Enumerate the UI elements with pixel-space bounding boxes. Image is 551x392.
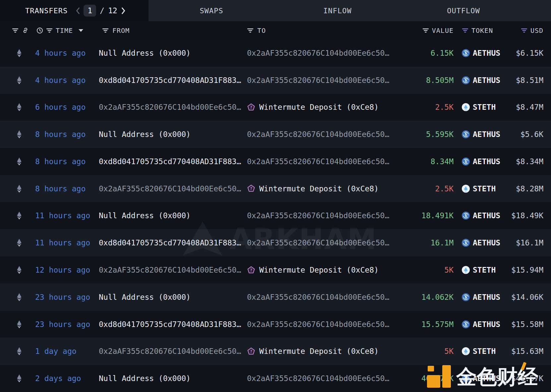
token-symbol[interactable]: AETHUS	[473, 238, 500, 247]
from-address[interactable]: Null Address (0x000)	[99, 130, 191, 139]
token-symbol[interactable]: AETHUS	[473, 76, 500, 85]
link-icon[interactable]	[22, 27, 29, 34]
time-link[interactable]: 12 hours ago	[35, 266, 90, 274]
chevron-down-icon[interactable]	[79, 29, 83, 32]
token-symbol[interactable]: STETH	[473, 103, 496, 111]
time-link[interactable]: 2 days ago	[35, 374, 81, 383]
time-filter-icon[interactable]	[46, 28, 53, 33]
to-address[interactable]: 0x2aAF355c820676C104bd00Ee6c50…	[247, 76, 389, 85]
from-address[interactable]: 0x2aAF355c820676C104bd00Ee6c50…	[99, 266, 241, 274]
token-symbol[interactable]: AETHUS	[473, 49, 500, 57]
column-value-label[interactable]: VALUE	[432, 27, 454, 34]
column-usd-label[interactable]: USD	[530, 27, 543, 34]
to-address[interactable]: 0x2aAF355c820676C104bd00Ee6c50…	[247, 293, 389, 301]
to-address[interactable]: Wintermute Deposit (0xCe8)	[259, 266, 379, 274]
table-row[interactable]: 11 hours ago 0xd8d041705735cd770408AD31F…	[0, 229, 551, 256]
table-row[interactable]: 4 hours ago Null Address (0x000) 0x2aAF3…	[0, 39, 551, 67]
to-address[interactable]: 0x2aAF355c820676C104bd00Ee6c50…	[247, 238, 389, 247]
tab-swaps[interactable]: SWAPS	[149, 0, 275, 21]
transfer-value: 5K	[444, 266, 454, 274]
from-address[interactable]: 0x2aAF355c820676C104bd00Ee6c50…	[99, 184, 241, 193]
from-address[interactable]: Null Address (0x000)	[99, 374, 191, 383]
tab-inflow[interactable]: INFLOW	[275, 0, 400, 21]
table-row[interactable]: 1 day ago 0x2aAF355c820676C104bd00Ee6c50…	[0, 338, 551, 365]
next-page-icon[interactable]	[121, 7, 125, 14]
table-row[interactable]: 2 days ago Null Address (0x000) 0x2aAF35…	[0, 365, 551, 392]
previous-page-icon[interactable]	[76, 7, 80, 14]
time-link[interactable]: 23 hours ago	[35, 293, 90, 301]
to-address[interactable]: 0x2aAF355c820676C104bd00Ee6c50…	[247, 130, 389, 139]
to-address[interactable]: Wintermute Deposit (0xCe8)	[259, 184, 379, 193]
value-filter-icon[interactable]	[422, 28, 429, 33]
column-from-label[interactable]: FROM	[112, 27, 130, 34]
token-symbol[interactable]: AETHUS	[473, 211, 500, 220]
to-filter-icon[interactable]	[247, 28, 254, 33]
token-symbol[interactable]: AETHUS	[473, 130, 500, 139]
column-time-label[interactable]: TIME	[56, 27, 73, 34]
from-address[interactable]: 0xd8d041705735cd770408AD31F883…	[99, 76, 241, 85]
table-row[interactable]: 23 hours ago Null Address (0x000) 0x2aAF…	[0, 284, 551, 311]
time-link[interactable]: 8 hours ago	[35, 130, 86, 139]
usd-value: $15.63M	[511, 347, 543, 356]
from-address[interactable]: 0x2aAF355c820676C104bd00Ee6c50…	[99, 103, 241, 111]
tab-outflow[interactable]: OUTFLOW	[400, 0, 526, 21]
from-address[interactable]: 0x2aAF355c820676C104bd00Ee6c50…	[99, 347, 241, 356]
to-address[interactable]: 0x2aAF355c820676C104bd00Ee6c50…	[247, 211, 389, 220]
table-row[interactable]: 11 hours ago Null Address (0x000) 0x2aAF…	[0, 202, 551, 229]
table-row[interactable]: 8 hours ago 0x2aAF355c820676C104bd00Ee6c…	[0, 175, 551, 202]
tab-transfers-label: TRANSFERS	[25, 7, 68, 15]
table-row[interactable]: 12 hours ago 0x2aAF355c820676C104bd00Ee6…	[0, 256, 551, 284]
token-symbol[interactable]: AETHUS	[473, 320, 500, 329]
column-token-label[interactable]: TOKEN	[471, 27, 493, 34]
total-pages: 12	[108, 6, 117, 15]
clock-icon[interactable]	[36, 27, 43, 34]
from-address[interactable]: Null Address (0x000)	[99, 49, 191, 57]
to-address[interactable]: Wintermute Deposit (0xCe8)	[259, 347, 379, 356]
time-link[interactable]: 11 hours ago	[35, 238, 90, 247]
time-link[interactable]: 6 hours ago	[35, 103, 86, 111]
usdc-token-icon	[462, 158, 470, 165]
table-row[interactable]: 8 hours ago 0xd8d041705735cd770408AD31F8…	[0, 148, 551, 175]
to-address[interactable]: 0x2aAF355c820676C104bd00Ee6c50…	[247, 374, 389, 383]
from-filter-icon[interactable]	[102, 28, 109, 33]
to-address[interactable]: Wintermute Deposit (0xCe8)	[259, 103, 379, 111]
ethereum-icon	[17, 293, 22, 301]
from-address[interactable]: 0xd8d041705735cd770408AD31F883…	[99, 238, 241, 247]
transfer-value: 15.575M	[421, 320, 454, 329]
from-address[interactable]: Null Address (0x000)	[99, 211, 191, 220]
to-address[interactable]: 0x2aAF355c820676C104bd00Ee6c50…	[247, 320, 389, 329]
usdc-token-icon	[462, 374, 470, 382]
from-address[interactable]: Null Address (0x000)	[99, 293, 191, 301]
time-link[interactable]: 1 day ago	[35, 347, 77, 356]
time-link[interactable]: 8 hours ago	[35, 157, 86, 166]
token-symbol[interactable]: STETH	[473, 266, 496, 274]
tab-transfers[interactable]: TRANSFERS 1 / 12	[0, 0, 149, 21]
usd-filter-icon[interactable]	[521, 28, 527, 33]
time-link[interactable]: 4 hours ago	[35, 49, 86, 57]
token-symbol[interactable]: AETHUS	[473, 374, 500, 383]
token-symbol[interactable]: AETHUS	[473, 157, 500, 166]
column-to-label[interactable]: TO	[257, 27, 266, 34]
arkham-transfers-panel: TRANSFERS 1 / 12 SWAPS INFLOW OUTFLOW	[0, 0, 551, 392]
table-row[interactable]: 23 hours ago 0xd8d041705735cd770408AD31F…	[0, 311, 551, 338]
token-symbol[interactable]: AETHUS	[473, 293, 500, 301]
table-row[interactable]: 8 hours ago Null Address (0x000) 0x2aAF3…	[0, 121, 551, 148]
ethereum-icon	[17, 103, 22, 111]
table-row[interactable]: 4 hours ago 0xd8d041705735cd770408AD31F8…	[0, 67, 551, 94]
time-link[interactable]: 8 hours ago	[35, 184, 86, 193]
from-address[interactable]: 0xd8d041705735cd770408AD31F883…	[99, 320, 241, 329]
from-address[interactable]: 0xd8d041705735cd770408AD31F883…	[99, 157, 241, 166]
usdc-token-icon	[462, 49, 470, 57]
to-address[interactable]: 0x2aAF355c820676C104bd00Ee6c50…	[247, 49, 389, 57]
token-symbol[interactable]: STETH	[473, 184, 496, 193]
time-link[interactable]: 11 hours ago	[35, 211, 90, 220]
table-row[interactable]: 6 hours ago 0x2aAF355c820676C104bd00Ee6c…	[0, 94, 551, 121]
ethereum-icon	[17, 266, 22, 274]
time-link[interactable]: 4 hours ago	[35, 76, 86, 85]
filter-icon[interactable]	[12, 28, 19, 33]
time-link[interactable]: 23 hours ago	[35, 320, 90, 329]
token-filter-icon[interactable]	[462, 28, 468, 33]
token-symbol[interactable]: STETH	[473, 347, 496, 356]
transfer-value: 2.5K	[435, 184, 454, 193]
to-address[interactable]: 0x2aAF355c820676C104bd00Ee6c50…	[247, 157, 389, 166]
